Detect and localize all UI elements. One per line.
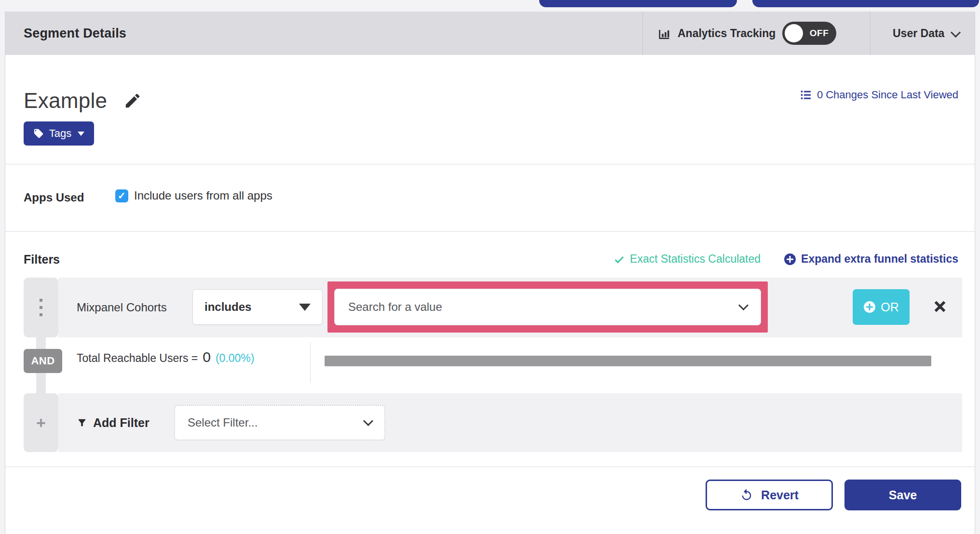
- chevron-down-icon: [738, 300, 749, 310]
- cutoff-button-left[interactable]: [539, 0, 737, 7]
- revert-button-label: Revert: [761, 488, 799, 502]
- plus-icon: +: [36, 414, 46, 432]
- caret-down-icon: [78, 132, 84, 136]
- changes-link-label: 0 Changes Since Last Viewed: [817, 89, 958, 101]
- operator-value: includes: [204, 300, 251, 314]
- drag-handle[interactable]: [24, 278, 58, 337]
- remove-filter-button[interactable]: [927, 294, 953, 319]
- topbar-divider: [870, 12, 871, 55]
- user-data-label: User Data: [893, 27, 944, 40]
- exact-statistics-status: Exact Statistics Calculated: [613, 253, 761, 266]
- chevron-down-icon: [951, 27, 961, 37]
- add-filter-button[interactable]: Add Filter: [77, 393, 150, 452]
- save-button-label: Save: [889, 488, 917, 502]
- analytics-tracking-group: Analytics Tracking OFF: [657, 12, 836, 55]
- bar-chart-icon: [657, 27, 671, 40]
- operator-select[interactable]: includes: [192, 289, 323, 325]
- stats-divider: [310, 342, 311, 383]
- filters-links: Exact Statistics Calculated Expand extra…: [613, 253, 958, 266]
- drag-dot: [40, 313, 42, 316]
- exact-statistics-label: Exact Statistics Calculated: [630, 253, 761, 266]
- and-badge: AND: [24, 349, 62, 373]
- total-reachable-value: 0: [203, 349, 211, 365]
- add-or-condition-button[interactable]: OR: [853, 289, 910, 325]
- section-divider: [5, 164, 975, 164]
- topbar: Segment Details Analytics Tracking OFF U…: [5, 12, 975, 55]
- check-icon: ✓: [118, 190, 126, 201]
- chevron-down-icon: [363, 415, 373, 426]
- segment-title-row: Example: [24, 89, 142, 113]
- include-all-apps-checkbox[interactable]: ✓: [115, 189, 128, 202]
- plus-circle-icon: [863, 301, 876, 313]
- total-reachable-label: Total Reachable Users =: [77, 352, 198, 365]
- add-filter-label: Add Filter: [93, 416, 150, 430]
- tags-dropdown-button[interactable]: Tags: [24, 121, 94, 146]
- segment-name: Example: [24, 89, 107, 113]
- drag-dot: [40, 306, 42, 309]
- changes-since-last-viewed-link[interactable]: 0 Changes Since Last Viewed: [800, 89, 958, 101]
- total-reachable-row: Total Reachable Users = 0 (0.00%): [77, 349, 254, 373]
- drag-dot: [40, 299, 42, 302]
- revert-undo-icon: [740, 488, 753, 502]
- filters-heading: Filters: [24, 253, 60, 267]
- select-filter-dropdown[interactable]: Select Filter...: [174, 405, 385, 441]
- edit-pencil-icon[interactable]: [123, 92, 142, 110]
- value-search-select[interactable]: Search for a value: [334, 289, 761, 325]
- reachable-users-progress-bar: [325, 356, 931, 366]
- funnel-icon: [77, 417, 87, 428]
- toggle-state-label: OFF: [810, 28, 829, 39]
- plus-circle-icon: [784, 253, 796, 266]
- expand-link-label: Expand extra funnel statistics: [801, 253, 958, 266]
- changes-list-icon: [800, 89, 812, 101]
- segment-details-panel: Segment Details Analytics Tracking OFF U…: [5, 12, 975, 534]
- footer-divider: [5, 467, 975, 467]
- include-all-apps-label: Include users from all apps: [134, 189, 272, 202]
- expand-funnel-statistics-link[interactable]: Expand extra funnel statistics: [784, 253, 958, 266]
- user-data-dropdown[interactable]: User Data: [893, 12, 959, 55]
- add-filter-plus-handle[interactable]: +: [24, 393, 58, 452]
- caret-down-icon: [299, 304, 311, 311]
- value-search-placeholder: Search for a value: [348, 300, 442, 314]
- or-button-label: OR: [881, 300, 899, 314]
- analytics-tracking-toggle[interactable]: OFF: [782, 22, 836, 45]
- cutoff-button-right[interactable]: [752, 0, 979, 7]
- select-filter-placeholder: Select Filter...: [188, 416, 258, 429]
- section-divider: [5, 231, 975, 232]
- include-all-apps-row: ✓ Include users from all apps: [115, 189, 272, 202]
- revert-button[interactable]: Revert: [706, 480, 833, 510]
- analytics-tracking-label: Analytics Tracking: [678, 27, 776, 40]
- filter-name-label: Mixpanel Cohorts: [77, 278, 167, 337]
- topbar-divider: [642, 12, 643, 55]
- page-title: Segment Details: [24, 12, 126, 55]
- total-reachable-percent: (0.00%): [216, 352, 255, 365]
- toggle-knob: [785, 24, 803, 42]
- tags-button-label: Tags: [49, 127, 71, 140]
- apps-used-label: Apps Used: [24, 191, 84, 204]
- tag-icon: [33, 128, 44, 139]
- check-icon: [613, 254, 625, 265]
- value-select-highlight: Search for a value: [327, 281, 768, 333]
- save-button[interactable]: Save: [844, 480, 961, 510]
